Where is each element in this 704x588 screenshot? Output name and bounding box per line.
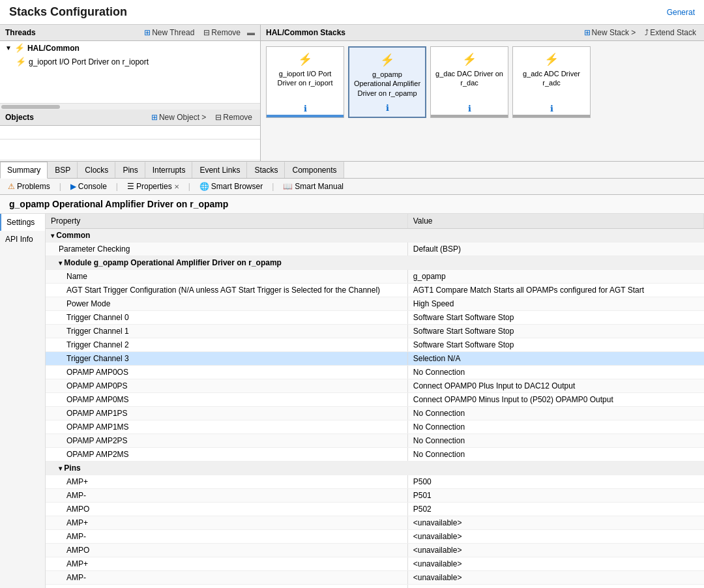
hal-stacks-header: HAL/Common Stacks ⊞ New Stack > ⤴ Extend… [261, 25, 704, 41]
adc-info-button[interactable]: ℹ [550, 104, 553, 113]
table-row[interactable]: OPAMP AMP0PSConnect OPAMP0 Plus Input to… [46, 379, 704, 393]
section-header-cell: ▾ Common [46, 229, 704, 243]
table-row[interactable]: OPAMP AMP0OSNo Connection [46, 366, 704, 379]
table-row[interactable]: Power ModeHigh Speed [46, 297, 704, 311]
new-stack-button[interactable]: ⊞ New Stack > [581, 27, 639, 38]
table-row[interactable]: ▾ Common [46, 229, 704, 243]
value-cell[interactable]: <unavailable> [407, 585, 703, 589]
properties-icon: ☰ [127, 182, 134, 191]
toolbar-smart-browser[interactable]: 🌐 Smart Browser [197, 181, 265, 192]
value-cell[interactable]: Connect OPAMP0 Minus Input to (P502) OPA… [407, 393, 703, 407]
col-header-value: Value [407, 214, 703, 229]
tab-stacks[interactable]: Stacks [247, 162, 285, 178]
table-row[interactable]: ▾ Module g_opamp Operational Amplifier D… [46, 256, 704, 270]
toolbar-problems[interactable]: ⚠ Problems [5, 181, 53, 192]
stack-card-dac[interactable]: ⚡ g_dac DAC Driver on r_dac ℹ [430, 46, 508, 118]
table-row[interactable]: OPAMP AMP1MSNo Connection [46, 420, 704, 434]
table-row[interactable]: AMPO<unavailable> [46, 544, 704, 557]
properties-label: Properties [136, 182, 172, 191]
tab-pins[interactable]: Pins [115, 162, 145, 178]
ioport-info-button[interactable]: ℹ [304, 104, 307, 113]
sidebar-api-info[interactable]: API Info [0, 231, 45, 248]
value-cell[interactable]: Connect OPAMP0 Plus Input to DAC12 Outpu… [407, 379, 703, 393]
table-row[interactable]: AMP-P501 [46, 489, 704, 503]
property-cell: Power Mode [46, 297, 407, 311]
hal-stacks-actions: ⊞ New Stack > ⤴ Extend Stack [581, 27, 699, 38]
stack-card-adc[interactable]: ⚡ g_adc ADC Driver r_adc ℹ [512, 46, 591, 118]
remove-thread-button[interactable]: ⊟ Remove [201, 27, 243, 38]
value-cell[interactable]: AGT1 Compare Match Starts all OPAMPs con… [407, 284, 703, 297]
toolbar-sep-4: | [272, 182, 274, 191]
thread-item-halcommon[interactable]: ▼ ⚡ HAL/Common [0, 41, 260, 55]
table-row[interactable]: OPAMP AMP2PSNo Connection [46, 434, 704, 448]
table-row[interactable]: Trigger Channel 3Selection N/A [46, 352, 704, 366]
value-cell[interactable]: <unavailable> [407, 571, 703, 585]
property-cell: OPAMP AMP0MS [46, 393, 407, 407]
value-cell[interactable]: <unavailable> [407, 516, 703, 530]
table-row[interactable]: AGT Start Trigger Configuration (N/A unl… [46, 284, 704, 297]
table-row[interactable]: Trigger Channel 1Software Start Software… [46, 325, 704, 338]
table-row[interactable]: Trigger Channel 2Software Start Software… [46, 338, 704, 352]
tab-clocks[interactable]: Clocks [78, 162, 115, 178]
stack-card-opamp[interactable]: ⚡ g_opamp Operational Amplifier Driver o… [348, 46, 426, 118]
threads-panel: Threads ⊞ New Thread ⊟ Remove ▬ [0, 25, 261, 110]
tab-interrupts[interactable]: Interrupts [145, 162, 193, 178]
tab-summary[interactable]: Summary [0, 162, 48, 179]
value-cell[interactable]: <unavailable> [407, 530, 703, 544]
extend-stack-button[interactable]: ⤴ Extend Stack [642, 27, 699, 38]
new-object-button[interactable]: ⊞ New Object > [149, 112, 209, 123]
generate-link[interactable]: Generat [667, 8, 695, 17]
toolbar-console[interactable]: ▶ Console [68, 181, 110, 192]
thread-label: HAL/Common [27, 44, 80, 53]
property-cell: AMPO [46, 544, 407, 557]
sidebar-settings[interactable]: Settings [0, 214, 45, 231]
objects-panel-header: Objects ⊞ New Object > ⊟ Remove [0, 110, 260, 126]
table-row[interactable]: Nameg_opamp [46, 270, 704, 284]
tab-components[interactable]: Components [285, 162, 344, 178]
value-cell[interactable]: No Connection [407, 434, 703, 448]
value-cell[interactable]: Selection N/A [407, 352, 703, 366]
new-thread-button[interactable]: ⊞ New Thread [141, 27, 197, 38]
table-row[interactable]: OPAMP AMP2MSNo Connection [46, 448, 704, 462]
value-cell[interactable]: No Connection [407, 420, 703, 434]
stack-card-ioport[interactable]: ⚡ g_ioport I/O Port Driver on r_ioport ℹ [266, 46, 344, 118]
value-cell[interactable]: Software Start Software Stop [407, 325, 703, 338]
remove-object-button[interactable]: ⊟ Remove [213, 112, 255, 123]
table-row[interactable]: AMPO<unavailable> [46, 585, 704, 589]
adc-card-icon: ⚡ [544, 52, 559, 66]
toolbar-smart-manual[interactable]: 📖 Smart Manual [280, 181, 346, 192]
value-cell[interactable]: P502 [407, 503, 703, 516]
opamp-info-button[interactable]: ℹ [386, 103, 389, 113]
objects-filter-input[interactable] [0, 126, 260, 140]
value-cell[interactable]: <unavailable> [407, 544, 703, 557]
table-row[interactable]: AMP-<unavailable> [46, 571, 704, 585]
tab-bsp[interactable]: BSP [48, 162, 78, 178]
tab-event-links[interactable]: Event Links [192, 162, 247, 178]
table-row[interactable]: AMP+P500 [46, 475, 704, 489]
threads-scrollbar[interactable] [0, 103, 260, 110]
table-row[interactable]: Parameter CheckingDefault (BSP) [46, 243, 704, 256]
table-row[interactable]: AMP+<unavailable> [46, 557, 704, 571]
value-cell[interactable]: <unavailable> [407, 557, 703, 571]
table-row[interactable]: AMP+<unavailable> [46, 516, 704, 530]
value-cell[interactable]: g_opamp [407, 270, 703, 284]
value-cell[interactable]: No Connection [407, 407, 703, 420]
table-row[interactable]: ▾ Pins [46, 462, 704, 475]
thread-item-ioport[interactable]: ⚡ g_ioport I/O Port Driver on r_ioport [0, 55, 260, 68]
table-row[interactable]: Trigger Channel 0Software Start Software… [46, 311, 704, 325]
table-row[interactable]: AMPOP502 [46, 503, 704, 516]
value-cell[interactable]: P500 [407, 475, 703, 489]
value-cell[interactable]: Software Start Software Stop [407, 311, 703, 325]
dac-info-button[interactable]: ℹ [468, 104, 471, 113]
value-cell[interactable]: High Speed [407, 297, 703, 311]
toolbar-properties[interactable]: ☰ Properties ✕ [125, 181, 182, 192]
table-row[interactable]: OPAMP AMP1PSNo Connection [46, 407, 704, 420]
value-cell[interactable]: Default (BSP) [407, 243, 703, 256]
value-cell[interactable]: No Connection [407, 448, 703, 462]
value-cell[interactable]: Software Start Software Stop [407, 338, 703, 352]
value-cell[interactable]: P501 [407, 489, 703, 503]
smart-manual-icon: 📖 [283, 182, 293, 191]
value-cell[interactable]: No Connection [407, 366, 703, 379]
table-row[interactable]: AMP-<unavailable> [46, 530, 704, 544]
table-row[interactable]: OPAMP AMP0MSConnect OPAMP0 Minus Input t… [46, 393, 704, 407]
